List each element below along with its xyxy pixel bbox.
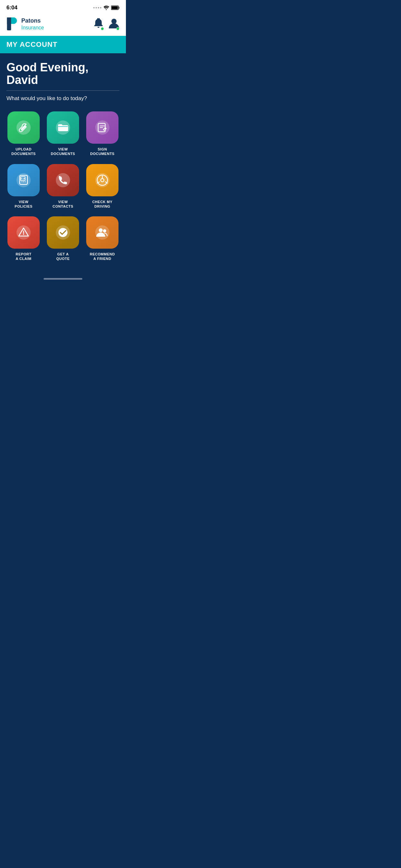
folder-icon bbox=[54, 119, 72, 136]
status-time: 6:04 bbox=[6, 4, 18, 11]
view-contacts-icon-box bbox=[47, 164, 79, 196]
status-icons bbox=[93, 5, 120, 10]
svg-point-28 bbox=[103, 229, 106, 232]
view-policies-button[interactable]: VIEWPOLICIES bbox=[6, 164, 41, 209]
subtitle-text: What would you like to do today? bbox=[6, 95, 120, 102]
report-claim-label: REPORTA CLAIM bbox=[16, 252, 32, 261]
view-documents-button[interactable]: VIEWDOCUMENTS bbox=[46, 112, 80, 156]
my-account-banner: MY ACCOUNT bbox=[0, 36, 126, 53]
report-claim-icon-box bbox=[7, 216, 40, 249]
check-my-driving-icon-box bbox=[86, 164, 119, 196]
checkmark-icon bbox=[54, 224, 72, 241]
sign-documents-label: SIGNDOCUMENTS bbox=[90, 147, 114, 156]
main-content: Good Evening,David What would you like t… bbox=[0, 53, 126, 274]
upload-documents-icon-box bbox=[7, 112, 40, 144]
svg-point-16 bbox=[23, 181, 24, 182]
view-policies-label: VIEWPOLICIES bbox=[14, 199, 32, 209]
svg-point-18 bbox=[56, 173, 70, 187]
policy-icon bbox=[15, 172, 32, 189]
home-bar bbox=[43, 278, 82, 280]
home-indicator bbox=[0, 274, 126, 282]
logo-p-icon bbox=[6, 18, 18, 30]
svg-rect-5 bbox=[11, 18, 15, 24]
view-documents-icon-box bbox=[47, 112, 79, 144]
signal-dots-icon bbox=[93, 7, 101, 8]
upload-documents-button[interactable]: UPLOADDOCUMENTS bbox=[6, 112, 41, 156]
logo-insurance: Insurance bbox=[21, 25, 44, 31]
app-header: Patons Insurance bbox=[0, 14, 126, 36]
logo-area: Patons Insurance bbox=[6, 18, 44, 31]
svg-point-25 bbox=[58, 228, 67, 237]
recommend-friend-icon-box bbox=[86, 216, 119, 249]
svg-rect-2 bbox=[112, 6, 118, 9]
action-grid: UPLOADDOCUMENTS VIEWDOCUMENTS bbox=[6, 112, 120, 261]
logo-text: Patons Insurance bbox=[21, 18, 44, 31]
svg-point-23 bbox=[23, 234, 24, 235]
svg-rect-1 bbox=[119, 7, 120, 9]
get-quote-icon-box bbox=[47, 216, 79, 249]
recommend-friend-button[interactable]: RECOMMENDA FRIEND bbox=[85, 216, 120, 261]
greeting-text: Good Evening,David bbox=[6, 61, 120, 87]
paperclip-icon bbox=[15, 119, 32, 136]
my-account-title: MY ACCOUNT bbox=[6, 40, 58, 49]
notifications-button[interactable] bbox=[93, 18, 104, 30]
header-icons bbox=[93, 18, 120, 30]
get-quote-label: GET AQUOTE bbox=[56, 252, 70, 261]
svg-point-17 bbox=[25, 181, 26, 182]
svg-point-15 bbox=[22, 181, 23, 182]
battery-icon bbox=[111, 5, 120, 10]
view-contacts-label: VIEWCONTACTS bbox=[53, 199, 73, 209]
svg-point-7 bbox=[112, 19, 117, 24]
svg-point-27 bbox=[99, 228, 103, 232]
profile-button[interactable] bbox=[109, 18, 120, 30]
svg-point-26 bbox=[95, 225, 110, 240]
check-my-driving-button[interactable]: CHECK MYDRIVING bbox=[85, 164, 120, 209]
sign-documents-button[interactable]: SIGNDOCUMENTS bbox=[85, 112, 120, 156]
get-quote-button[interactable]: GET AQUOTE bbox=[46, 216, 80, 261]
view-documents-label: VIEWDOCUMENTS bbox=[51, 147, 75, 156]
recommend-friend-label: RECOMMENDA FRIEND bbox=[90, 252, 115, 261]
upload-documents-label: UPLOADDOCUMENTS bbox=[11, 147, 35, 156]
people-icon bbox=[94, 224, 111, 241]
view-contacts-button[interactable]: VIEWCONTACTS bbox=[46, 164, 80, 209]
svg-rect-6 bbox=[7, 18, 11, 24]
view-policies-icon-box bbox=[7, 164, 40, 196]
wifi-icon bbox=[103, 5, 109, 10]
logo-patons: Patons bbox=[21, 18, 44, 25]
check-my-driving-label: CHECK MYDRIVING bbox=[92, 199, 113, 209]
divider bbox=[6, 90, 120, 91]
warning-icon bbox=[15, 224, 32, 241]
sign-document-icon bbox=[94, 119, 111, 136]
sign-documents-icon-box bbox=[86, 112, 119, 144]
steering-wheel-icon bbox=[94, 172, 111, 189]
report-claim-button[interactable]: REPORTA CLAIM bbox=[6, 216, 41, 261]
phone-icon bbox=[54, 172, 72, 189]
notification-dot bbox=[101, 27, 104, 30]
status-bar: 6:04 bbox=[0, 0, 126, 14]
profile-dot bbox=[116, 27, 120, 30]
